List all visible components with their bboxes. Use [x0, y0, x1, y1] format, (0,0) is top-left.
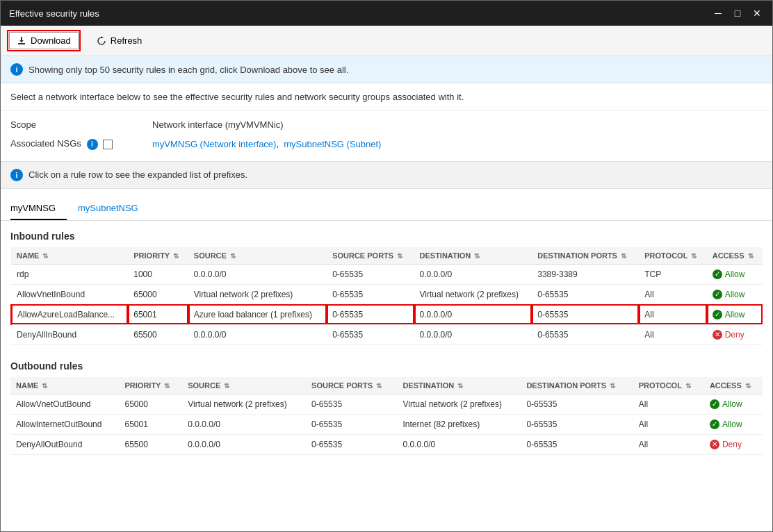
vmsg-link[interactable]: myVMNSG (Network interface) [152, 139, 276, 149]
window-title: Effective security rules [9, 8, 99, 19]
access-cell: ✓ Allow [713, 269, 757, 279]
outbound-table: NAME ⇅ PRIORITY ⇅ SOURCE ⇅ SOURCE PORTS … [10, 377, 763, 455]
access-cell: ✓ Allow [713, 290, 757, 299]
inbound-header-row: NAME ⇅ PRIORITY ⇅ SOURCE ⇅ SOURCE PORTS … [11, 247, 763, 265]
sort-icon-priority[interactable]: ⇅ [173, 252, 179, 260]
outbound-col-destination: DESTINATION ⇅ [398, 377, 521, 394]
inbound-table: NAME ⇅ PRIORITY ⇅ SOURCE ⇅ SOURCE PORTS … [10, 247, 763, 345]
outbound-col-access: ACCESS ⇅ [704, 377, 763, 394]
outbound-table-container: NAME ⇅ PRIORITY ⇅ SOURCE ⇅ SOURCE PORTS … [1, 377, 772, 460]
tab-myvmnsg[interactable]: myVMNSG [10, 197, 67, 220]
prefixes-info-text: Click on a rule row to see the expanded … [29, 169, 247, 180]
outbound-col-name: NAME ⇅ [10, 377, 119, 394]
access-cell: ✕ Deny [713, 330, 757, 340]
tab-mysubnetnsg[interactable]: mySubnetNSG [78, 197, 138, 220]
sort-icon-destination[interactable]: ⇅ [474, 252, 480, 260]
outbound-header-row: NAME ⇅ PRIORITY ⇅ SOURCE ⇅ SOURCE PORTS … [10, 377, 763, 394]
outbound-col-protocol: PROTOCOL ⇅ [633, 377, 704, 394]
refresh-button[interactable]: Refresh [90, 33, 149, 49]
allow-icon: ✓ [710, 419, 719, 429]
outbound-row[interactable]: DenyAllOutBound655000.0.0.0/00-655350.0.… [10, 434, 763, 454]
toolbar: Download Refresh [1, 26, 772, 56]
sort-icon-out-destination[interactable]: ⇅ [457, 382, 463, 390]
download-button[interactable]: Download [9, 32, 79, 49]
sort-icon-out-name[interactable]: ⇅ [42, 382, 47, 390]
tabs-container: myVMNSG mySubnetNSG [1, 197, 772, 221]
allow-icon: ✓ [713, 269, 722, 279]
outbound-row[interactable]: AllowVnetOutBound65000Virtual network (2… [10, 394, 763, 414]
prefixes-info-row: i Click on a rule row to see the expande… [1, 161, 772, 189]
sort-icon-protocol[interactable]: ⇅ [691, 252, 697, 260]
inbound-row[interactable]: rdp10000.0.0.0/00-655350.0.0.0/03389-338… [11, 264, 763, 284]
close-button[interactable]: ✕ [750, 6, 764, 20]
sort-icon-dest-ports[interactable]: ⇅ [621, 252, 626, 260]
meta-section: Scope Network interface (myVMVMNic) Asso… [1, 111, 772, 158]
sort-icon-out-source-ports[interactable]: ⇅ [376, 382, 382, 390]
outbound-col-dest-ports: DESTINATION PORTS ⇅ [521, 377, 633, 394]
nsgs-row: Associated NSGs i myVMNSG (Network inter… [10, 138, 763, 150]
inbound-row[interactable]: DenyAllInBound655000.0.0.0/00-655350.0.0… [11, 324, 763, 344]
scope-value: Network interface (myVMVMNic) [152, 119, 284, 130]
scope-label: Scope [10, 119, 149, 130]
sort-icon-out-priority[interactable]: ⇅ [164, 382, 170, 390]
sort-icon-out-source[interactable]: ⇅ [224, 382, 229, 390]
minimize-button[interactable]: ─ [711, 6, 725, 20]
inbound-col-name: NAME ⇅ [11, 247, 128, 265]
inbound-row[interactable]: AllowAzureLoadBalance...65001Azure load … [11, 304, 763, 324]
svg-marker-4 [101, 36, 104, 38]
outbound-col-source: SOURCE ⇅ [182, 377, 306, 394]
subnetsg-link[interactable]: mySubnetNSG (Subnet) [284, 139, 381, 149]
outbound-col-source-ports: SOURCE PORTS ⇅ [306, 377, 397, 394]
outbound-col-priority: PRIORITY ⇅ [119, 377, 182, 394]
prefixes-info-icon: i [10, 169, 23, 181]
info-banner: i Showing only top 50 security rules in … [1, 56, 772, 83]
nsgs-links: myVMNSG (Network interface), mySubnetNSG… [152, 139, 381, 149]
refresh-icon [97, 36, 106, 46]
deny-icon: ✕ [710, 440, 719, 449]
info-icon: i [10, 63, 23, 76]
deny-icon: ✕ [713, 330, 722, 340]
access-cell: ✓ Allow [710, 419, 757, 429]
effective-security-rules-window: Effective security rules ─ □ ✕ Download … [0, 0, 773, 532]
sort-icon-source[interactable]: ⇅ [230, 252, 236, 260]
window-controls: ─ □ ✕ [711, 6, 764, 20]
info-banner-text: Showing only top 50 security rules in ea… [29, 65, 348, 75]
inbound-col-protocol: PROTOCOL ⇅ [639, 247, 706, 265]
inbound-row[interactable]: AllowVnetInBound65000Virtual network (2 … [11, 284, 763, 304]
inbound-col-source-ports: SOURCE PORTS ⇅ [327, 247, 414, 265]
svg-marker-3 [19, 40, 24, 42]
description-section: Select a network interface below to see … [1, 83, 772, 111]
access-cell: ✓ Allow [710, 399, 757, 409]
inbound-section-title: Inbound rules [1, 221, 772, 247]
sort-icon-access[interactable]: ⇅ [748, 252, 754, 260]
svg-rect-0 [18, 43, 25, 44]
access-cell: ✓ Allow [713, 310, 757, 319]
access-cell: ✕ Deny [710, 440, 757, 449]
inbound-table-container: NAME ⇅ PRIORITY ⇅ SOURCE ⇅ SOURCE PORTS … [1, 247, 772, 351]
description-text: Select a network interface below to see … [10, 92, 464, 102]
allow-icon: ✓ [710, 399, 719, 409]
inbound-col-destination: DESTINATION ⇅ [414, 247, 532, 265]
sort-icon-source-ports[interactable]: ⇅ [397, 252, 402, 260]
outbound-row[interactable]: AllowInternetOutBound650010.0.0.0/00-655… [10, 414, 763, 434]
sort-icon-out-dest-ports[interactable]: ⇅ [610, 382, 615, 390]
sort-icon-out-access[interactable]: ⇅ [745, 382, 751, 390]
nsgs-label: Associated NSGs i [10, 138, 149, 150]
outbound-section-title: Outbound rules [1, 351, 772, 377]
allow-icon: ✓ [713, 310, 722, 319]
inbound-col-priority: PRIORITY ⇅ [128, 247, 188, 265]
inbound-col-dest-ports: DESTINATION PORTS ⇅ [532, 247, 639, 265]
title-bar: Effective security rules ─ □ ✕ [1, 1, 772, 26]
inbound-col-source: SOURCE ⇅ [188, 247, 327, 265]
sort-icon-name[interactable]: ⇅ [42, 252, 48, 260]
nsgs-info-icon: i [87, 139, 98, 150]
scope-row: Scope Network interface (myVMVMNic) [10, 119, 763, 130]
allow-icon: ✓ [713, 290, 722, 299]
content-area: i Showing only top 50 security rules in … [1, 56, 772, 531]
maximize-button[interactable]: □ [731, 6, 744, 20]
refresh-label: Refresh [111, 35, 143, 46]
nsgs-camera-icon [103, 140, 113, 149]
download-label: Download [31, 35, 71, 46]
download-icon [17, 36, 26, 46]
sort-icon-out-protocol[interactable]: ⇅ [685, 382, 691, 390]
